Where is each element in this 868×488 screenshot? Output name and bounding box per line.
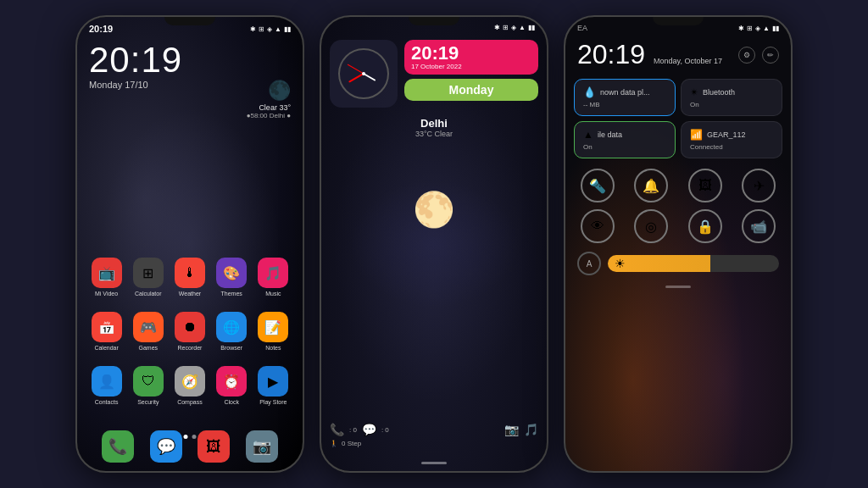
p3-flashlight-btn[interactable]: 🔦 bbox=[581, 169, 615, 202]
p3-cast-btn[interactable]: 🖼 bbox=[688, 169, 722, 202]
app-calendar[interactable]: 📅 Calendar bbox=[88, 312, 125, 351]
app-recorder-icon: ⏺ bbox=[175, 312, 205, 342]
app-music[interactable]: 🎵 Music bbox=[254, 258, 292, 297]
app-calculator[interactable]: ⊞ Calculator bbox=[130, 258, 167, 297]
app-calculator-label: Calculator bbox=[135, 291, 162, 297]
p3-user: EA bbox=[577, 24, 587, 32]
app-mi-video[interactable]: 📺 Mi Video bbox=[88, 258, 125, 297]
dock-camera[interactable]: 📷 bbox=[246, 430, 278, 463]
p2-day-widget: Monday bbox=[404, 79, 538, 101]
p1-clock-area: 20:19 Monday 17/10 🌑 Clear 33° ●58:00 De… bbox=[77, 37, 303, 95]
p2-phone-count: : 0 bbox=[349, 426, 357, 434]
app-playstore-icon: ▶ bbox=[258, 366, 288, 396]
p2-bottom-bar: 📞 : 0 💬 : 0 📷 🎵 🚶 0 Step bbox=[321, 423, 547, 447]
p2-widgets: 20:19 17 October 2022 Monday bbox=[321, 35, 547, 113]
phone-2-screen: ✱ ⊞ ◈ ▲ ▮▮ bbox=[321, 17, 547, 471]
p1-status-time: 20:19 bbox=[89, 24, 113, 34]
app-security-label: Security bbox=[137, 399, 159, 405]
p3-quick-icons-row2: 👁 ◎ 🔒 📹 bbox=[565, 208, 791, 245]
app-themes-label: Themes bbox=[221, 291, 242, 297]
app-contacts-icon: 👤 bbox=[92, 366, 122, 396]
p1-big-time: 20:19 bbox=[89, 42, 291, 78]
mobile-data-icon: ▲ bbox=[583, 129, 593, 141]
p2-steps: 🚶 0 Step bbox=[330, 440, 538, 447]
p2-big-time: 20:19 bbox=[411, 44, 531, 63]
app-clock-label: Clock bbox=[224, 399, 239, 405]
p3-tile-data-header: 💧 nown data pl... bbox=[583, 86, 666, 98]
p3-clock-row: 20:19 Monday, October 17 ⚙ ✏ bbox=[565, 36, 791, 74]
app-recorder[interactable]: ⏺ Recorder bbox=[171, 312, 209, 351]
app-row-2: 📅 Calendar 🎮 Games ⏺ Recorder 🌐 Browser bbox=[86, 312, 294, 351]
phone-3-bg: EA ✱ ⊞ ◈ ▲ ▮▮ 20:19 Monday, October 17 ⚙… bbox=[565, 17, 791, 471]
p3-location-btn[interactable]: ◎ bbox=[634, 209, 668, 243]
app-games-label: Games bbox=[139, 345, 159, 351]
dock-gallery[interactable]: 🖼 bbox=[198, 430, 230, 463]
p3-tile-mob-title: ile data bbox=[598, 130, 622, 139]
app-games-icon: 🎮 bbox=[133, 312, 164, 342]
p3-tile-data-value: -- MB bbox=[583, 101, 666, 108]
app-row-3: 👤 Contacts 🛡 Security 🧭 Compass ⏰ Clock bbox=[86, 366, 294, 405]
p3-tile-mobile[interactable]: ▲ ile data On bbox=[574, 121, 676, 158]
p3-airplane-btn[interactable]: ✈ bbox=[742, 169, 776, 202]
p1-apps: 📺 Mi Video ⊞ Calculator 🌡 Weather 🎨 Them… bbox=[77, 258, 303, 420]
p2-status-icons: ✱ ⊞ ◈ ▲ ▮▮ bbox=[494, 24, 535, 31]
p2-msg-icon: 💬 bbox=[362, 423, 376, 436]
p3-tile-wifi-title: GEAR_112 bbox=[707, 130, 746, 139]
app-calendar-label: Calendar bbox=[94, 345, 118, 351]
p3-date: Monday, October 17 bbox=[654, 57, 722, 65]
p1-weather: 🌑 Clear 33° ●58:00 Delhi ● bbox=[247, 80, 291, 119]
app-weather[interactable]: 🌡 Weather bbox=[171, 258, 209, 297]
p3-edit-btn[interactable]: ✏ bbox=[762, 47, 779, 64]
p2-bottom-app-row: 📞 : 0 💬 : 0 📷 🎵 bbox=[330, 423, 538, 436]
app-browser[interactable]: 🌐 Browser bbox=[213, 312, 250, 351]
p3-reading-btn[interactable]: 👁 bbox=[581, 209, 615, 243]
app-compass[interactable]: 🧭 Compass bbox=[171, 366, 209, 405]
app-mi-video-icon: 📺 bbox=[92, 258, 122, 288]
app-recorder-label: Recorder bbox=[178, 345, 203, 351]
p1-dock: 📞 💬 🖼 📷 bbox=[77, 430, 303, 463]
p3-divider bbox=[665, 286, 691, 288]
app-calendar-icon: 📅 bbox=[92, 312, 122, 342]
p3-brightness-bar[interactable]: ☀ bbox=[608, 255, 779, 272]
app-security[interactable]: 🛡 Security bbox=[130, 366, 167, 405]
app-browser-icon: 🌐 bbox=[216, 312, 247, 342]
p3-tile-data[interactable]: 💧 nown data pl... -- MB bbox=[574, 79, 676, 116]
p3-font-small[interactable]: A bbox=[577, 252, 601, 275]
app-playstore[interactable]: ▶ Play Store bbox=[254, 366, 292, 405]
app-themes-icon: 🎨 bbox=[216, 258, 247, 288]
p3-tile-mob-value: On bbox=[583, 143, 666, 151]
p2-time-widget: 20:19 17 October 2022 bbox=[404, 40, 538, 75]
app-notes[interactable]: 📝 Notes bbox=[254, 312, 292, 351]
app-clock[interactable]: ⏰ Clock bbox=[213, 366, 250, 405]
app-themes[interactable]: 🎨 Themes bbox=[213, 258, 250, 297]
app-weather-icon: 🌡 bbox=[175, 258, 205, 288]
app-games[interactable]: 🎮 Games bbox=[130, 312, 167, 351]
phone-1-bg: 20:19 ✱ ⊞ ◈ ▲ ▮▮ 20:19 Monday 17/10 🌑 Cl… bbox=[77, 17, 303, 471]
app-mi-video-label: Mi Video bbox=[95, 291, 118, 297]
p3-settings-btn[interactable]: ⚙ bbox=[738, 47, 755, 64]
phone-3: EA ✱ ⊞ ◈ ▲ ▮▮ 20:19 Monday, October 17 ⚙… bbox=[564, 15, 793, 473]
p3-clock-actions: ⚙ ✏ bbox=[738, 47, 779, 64]
wifi-icon: 📶 bbox=[690, 129, 703, 141]
app-notes-icon: 📝 bbox=[258, 312, 288, 342]
dock-messages[interactable]: 💬 bbox=[150, 430, 182, 463]
phone-2: ✱ ⊞ ◈ ▲ ▮▮ bbox=[320, 15, 548, 473]
app-contacts[interactable]: 👤 Contacts bbox=[88, 366, 125, 405]
app-row-1: 📺 Mi Video ⊞ Calculator 🌡 Weather 🎨 Them… bbox=[86, 258, 294, 297]
p3-sound-btn[interactable]: 🔔 bbox=[634, 169, 668, 202]
dock-phone[interactable]: 📞 bbox=[102, 430, 134, 463]
p2-condition: 33°C Clear bbox=[321, 130, 547, 138]
p3-video-btn[interactable]: 📹 bbox=[742, 209, 776, 243]
p2-home-indicator[interactable] bbox=[421, 462, 447, 464]
p3-tile-wifi-header: 📶 GEAR_112 bbox=[690, 129, 773, 141]
p2-statusbar: ✱ ⊞ ◈ ▲ ▮▮ bbox=[321, 17, 547, 35]
app-calculator-icon: ⊞ bbox=[133, 258, 164, 288]
p3-tile-wifi[interactable]: 📶 GEAR_112 Connected bbox=[681, 121, 782, 158]
p1-statusbar: 20:19 ✱ ⊞ ◈ ▲ ▮▮ bbox=[77, 17, 303, 37]
p3-tile-bt-value: On bbox=[690, 101, 773, 108]
p3-lock-btn[interactable]: 🔒 bbox=[688, 209, 722, 243]
p1-temp: Clear 33° bbox=[247, 103, 291, 112]
p3-tile-bluetooth[interactable]: ✴ Bluetooth On bbox=[681, 79, 782, 116]
app-compass-icon: 🧭 bbox=[175, 366, 205, 396]
p1-location: ●58:00 Delhi ● bbox=[247, 112, 291, 119]
